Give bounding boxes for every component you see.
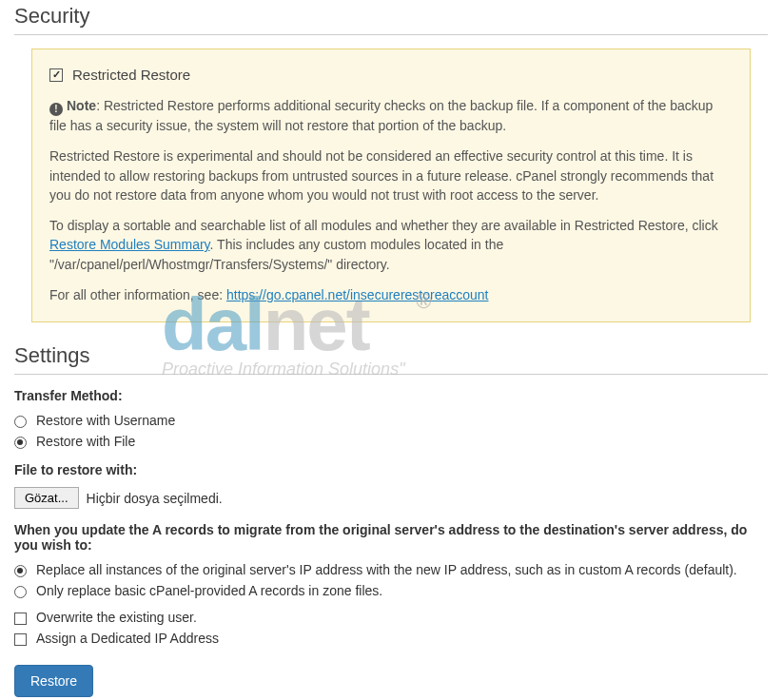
overwrite-user-label: Overwrite the existing user. — [36, 610, 197, 625]
radio-restore-username[interactable] — [14, 416, 27, 428]
dedicated-ip-label: Assign a Dedicated IP Address — [36, 631, 219, 646]
radio-replace-all-label: Replace all instances of the original se… — [36, 562, 737, 577]
insecure-restore-link[interactable]: https://go.cpanel.net/insecurerestoreacc… — [226, 287, 489, 302]
radio-restore-username-label: Restore with Username — [36, 413, 175, 428]
restore-modules-summary-link[interactable]: Restore Modules Summary — [49, 237, 210, 252]
radio-replace-all[interactable] — [14, 565, 27, 577]
dedicated-ip-checkbox[interactable] — [14, 633, 27, 646]
file-to-restore-label: File to restore with: — [14, 462, 768, 477]
settings-heading: Settings — [14, 343, 768, 375]
radio-restore-file[interactable] — [14, 437, 27, 449]
radio-restore-file-label: Restore with File — [36, 434, 135, 449]
file-status-text: Hiçbir dosya seçilmedi. — [87, 491, 223, 506]
note-paragraph-3: To display a sortable and searchable lis… — [49, 216, 733, 274]
browse-button[interactable]: Gözat... — [14, 487, 79, 509]
radio-replace-basic-label: Only replace basic cPanel-provided A rec… — [36, 583, 382, 598]
note-paragraph-4: For all other information, see: https://… — [49, 285, 733, 304]
radio-replace-basic[interactable] — [14, 586, 27, 598]
transfer-method-label: Transfer Method: — [14, 388, 768, 403]
restricted-restore-label: Restricted Restore — [72, 67, 190, 83]
restore-button[interactable]: Restore — [14, 665, 93, 697]
note-paragraph-2: Restricted Restore is experimental and s… — [49, 146, 733, 204]
restricted-restore-checkbox[interactable] — [49, 68, 63, 82]
a-records-label: When you update the A records to migrate… — [14, 522, 768, 553]
note-paragraph-1: !Note: Restricted Restore performs addit… — [49, 96, 733, 135]
info-icon: ! — [49, 103, 63, 116]
restricted-restore-box: Restricted Restore !Note: Restricted Res… — [31, 49, 751, 322]
overwrite-user-checkbox[interactable] — [14, 612, 27, 625]
security-heading: Security — [14, 4, 768, 35]
